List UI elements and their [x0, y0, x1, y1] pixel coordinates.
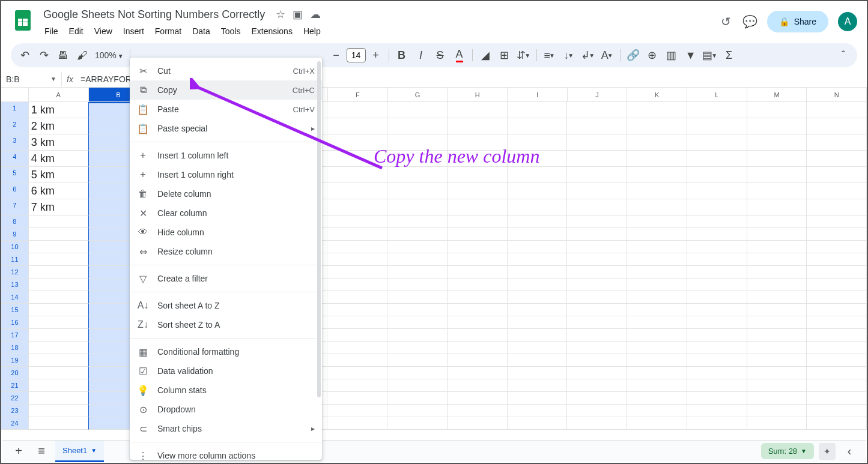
col-header-N[interactable]: N [807, 88, 867, 101]
cell[interactable] [29, 392, 89, 405]
cell[interactable] [567, 167, 627, 183]
row-header[interactable]: 4 [1, 151, 29, 167]
history-icon[interactable]: ↺ [719, 14, 733, 29]
cell[interactable] [327, 102, 387, 118]
cell[interactable] [567, 134, 627, 151]
cell[interactable] [687, 367, 747, 379]
cell[interactable] [387, 354, 448, 367]
ctx-clear-column[interactable]: ✕Clear column [130, 203, 322, 223]
cell[interactable] [567, 379, 627, 392]
cell[interactable] [747, 367, 807, 379]
ctx-cut[interactable]: ✂CutCtrl+X [130, 61, 322, 80]
cell[interactable] [807, 304, 867, 316]
cell[interactable] [627, 183, 687, 199]
cell[interactable] [687, 266, 747, 279]
sheet-tab[interactable]: Sheet1▼ [55, 441, 104, 462]
ctx-hide-column[interactable]: 👁Hide column [130, 223, 322, 242]
cell[interactable] [327, 379, 387, 392]
cell[interactable] [387, 279, 448, 291]
cell[interactable] [807, 215, 867, 228]
row-header[interactable]: 5 [1, 167, 29, 183]
row-header[interactable]: 6 [1, 183, 29, 199]
cell[interactable] [567, 354, 627, 367]
menu-format[interactable]: Format [150, 24, 186, 38]
cell[interactable] [387, 304, 448, 316]
cell[interactable] [627, 266, 687, 279]
comment-button[interactable]: ⊕ [643, 46, 661, 64]
row-header[interactable]: 15 [1, 304, 29, 316]
add-sheet-button[interactable]: + [10, 442, 28, 460]
menu-help[interactable]: Help [299, 24, 326, 38]
cell[interactable] [687, 241, 747, 253]
cell[interactable] [327, 405, 387, 417]
cell[interactable] [387, 167, 448, 183]
ctx-sort-za[interactable]: Z↓Sort sheet Z to A [130, 315, 322, 334]
font-size-input[interactable] [347, 48, 366, 62]
cell[interactable] [508, 304, 568, 316]
cell[interactable] [747, 266, 807, 279]
cell[interactable] [387, 228, 448, 241]
cell[interactable] [807, 405, 867, 417]
cell[interactable] [387, 134, 448, 151]
cell[interactable] [627, 329, 687, 342]
halign-button[interactable]: ≡▼ [541, 46, 559, 64]
cell[interactable] [29, 215, 89, 228]
cell[interactable] [29, 354, 89, 367]
cell[interactable] [327, 417, 387, 430]
cell[interactable] [807, 102, 867, 118]
cell[interactable] [807, 118, 867, 134]
move-icon[interactable]: ▣ [293, 8, 303, 21]
cell[interactable] [327, 215, 387, 228]
cell[interactable] [687, 417, 747, 430]
cell[interactable] [387, 329, 448, 342]
name-box[interactable]: B:B▼ [1, 74, 61, 84]
cell[interactable] [687, 316, 747, 329]
cell[interactable] [567, 279, 627, 291]
toolbar-collapse-button[interactable]: ˆ [834, 46, 852, 64]
col-header-J[interactable]: J [568, 88, 628, 101]
cell[interactable] [747, 329, 807, 342]
cell[interactable] [448, 304, 508, 316]
cell[interactable] [448, 417, 508, 430]
cell[interactable] [387, 266, 448, 279]
cell[interactable] [627, 354, 687, 367]
cell[interactable] [508, 279, 568, 291]
ctx-resize-column[interactable]: ⇔Resize column [130, 242, 322, 261]
cell[interactable] [627, 167, 687, 183]
wrap-button[interactable]: ↲▼ [579, 46, 597, 64]
cell[interactable] [508, 118, 568, 134]
paint-format-button[interactable]: 🖌 [73, 46, 91, 64]
row-header[interactable]: 19 [1, 354, 29, 367]
cell[interactable] [747, 134, 807, 151]
cell[interactable] [747, 228, 807, 241]
ctx-data-validation[interactable]: ☑Data validation [130, 361, 322, 381]
cell[interactable] [627, 253, 687, 266]
cell[interactable] [627, 342, 687, 354]
cell[interactable] [687, 279, 747, 291]
row-header[interactable]: 18 [1, 342, 29, 354]
cell[interactable] [747, 183, 807, 199]
cell[interactable] [567, 342, 627, 354]
cell[interactable] [807, 183, 867, 199]
cell[interactable] [448, 118, 508, 134]
cell[interactable] [448, 241, 508, 253]
row-header[interactable]: 16 [1, 316, 29, 329]
cell[interactable] [747, 405, 807, 417]
cell[interactable] [448, 167, 508, 183]
cell[interactable] [29, 253, 89, 266]
cell[interactable] [508, 199, 568, 215]
cell[interactable] [687, 291, 747, 304]
cell[interactable] [747, 199, 807, 215]
ctx-create-filter[interactable]: ▽Create a filter [130, 269, 322, 288]
cell[interactable] [687, 253, 747, 266]
cell[interactable] [567, 183, 627, 199]
cell[interactable] [687, 167, 747, 183]
cell[interactable] [29, 329, 89, 342]
chart-button[interactable]: ▥ [663, 46, 681, 64]
cell[interactable] [747, 215, 807, 228]
cell[interactable] [327, 151, 387, 167]
ctx-scrollbar[interactable] [317, 61, 321, 397]
cell[interactable] [627, 279, 687, 291]
cell[interactable] [448, 183, 508, 199]
cell[interactable] [687, 199, 747, 215]
